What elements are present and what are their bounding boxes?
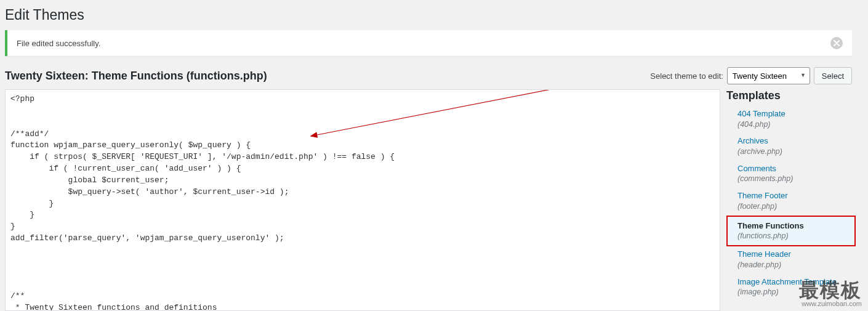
code-editor-textarea[interactable] bbox=[6, 90, 720, 310]
templates-heading: Templates bbox=[726, 89, 856, 102]
template-label: Theme Functions bbox=[737, 221, 804, 230]
page-title: Edit Themes bbox=[5, 6, 856, 24]
template-item[interactable]: Archives(archive.php) bbox=[726, 133, 856, 160]
template-link[interactable]: Theme Header bbox=[737, 249, 791, 259]
template-link[interactable]: Image Attachment Template bbox=[737, 277, 837, 286]
template-filename: (archive.php) bbox=[737, 147, 854, 157]
notice-message: File edited successfully. bbox=[17, 39, 100, 48]
current-file-heading: Twenty Sixteen: Theme Functions (functio… bbox=[5, 70, 267, 83]
dismiss-notice-button[interactable] bbox=[830, 37, 843, 49]
theme-select[interactable]: Twenty Sixteen bbox=[727, 67, 810, 84]
select-theme-button[interactable]: Select bbox=[814, 67, 852, 84]
templates-list: 404 Template(404.php)Archives(archive.ph… bbox=[726, 106, 856, 301]
template-item[interactable]: Theme Functions(functions.php) bbox=[726, 216, 856, 246]
template-item[interactable]: Image Attachment Template(image.php) bbox=[726, 274, 856, 301]
template-filename: (footer.php) bbox=[737, 201, 854, 212]
template-filename: (image.php) bbox=[737, 287, 854, 297]
templates-sidebar: Templates 404 Template(404.php)Archives(… bbox=[726, 89, 856, 311]
template-item[interactable]: Theme Header(header.php) bbox=[726, 246, 856, 273]
success-notice: File edited successfully. bbox=[5, 30, 852, 56]
theme-select-label: Select theme to edit: bbox=[650, 71, 723, 81]
template-link[interactable]: Comments bbox=[737, 164, 776, 173]
template-item[interactable]: 404 Template(404.php) bbox=[726, 106, 856, 133]
template-filename: (comments.php) bbox=[737, 174, 854, 184]
template-link[interactable]: 404 Template bbox=[737, 109, 786, 118]
template-item[interactable]: Theme Footer(footer.php) bbox=[726, 188, 856, 215]
template-link[interactable]: Archives bbox=[737, 136, 768, 145]
template-filename: (header.php) bbox=[737, 260, 854, 270]
close-icon bbox=[834, 40, 840, 46]
template-link[interactable]: Theme Footer bbox=[737, 191, 788, 200]
code-editor-container bbox=[5, 89, 720, 311]
template-filename: (functions.php) bbox=[737, 231, 853, 241]
template-item[interactable]: Comments(comments.php) bbox=[726, 161, 856, 188]
template-filename: (404.php) bbox=[737, 119, 854, 130]
